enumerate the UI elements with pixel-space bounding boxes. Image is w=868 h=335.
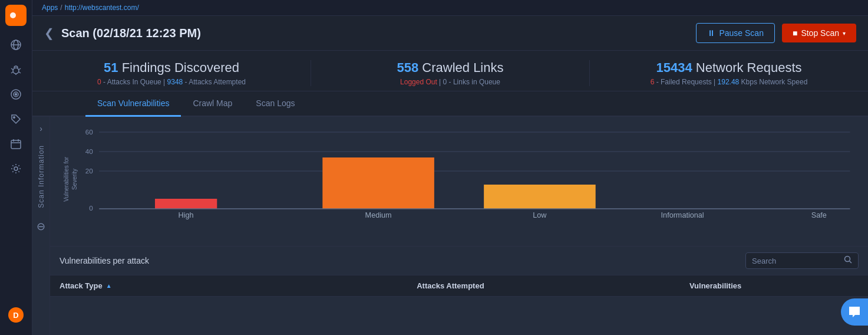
chart-svg: 60 40 20 0 Vulnerabilities for Severity … xyxy=(62,126,856,229)
attacks-queue-count: 0 xyxy=(97,78,101,86)
page-header: ❮ Scan (02/18/21 12:23 PM) ⏸ Pause Scan … xyxy=(32,16,868,51)
links-queue-text: - Links in Queue xyxy=(449,78,500,86)
app-logo xyxy=(5,5,27,26)
side-panel: › Scan Information ⊖ xyxy=(32,117,50,335)
column-headers: Attack Type ▲ Attacks Attempted Vulnerab… xyxy=(50,275,868,297)
col-vulns-label: Vulnerabilities xyxy=(689,281,741,290)
svg-point-14 xyxy=(14,117,15,118)
stop-icon: ■ xyxy=(793,28,797,38)
failed-requests-count: 6 xyxy=(651,78,655,86)
attacks-attempted-count: 9348 xyxy=(167,78,183,86)
svg-point-0 xyxy=(10,12,16,18)
svg-text:Medium: Medium xyxy=(365,211,392,219)
sort-icon: ▲ xyxy=(106,283,112,289)
bar-medium xyxy=(322,157,434,209)
svg-text:0: 0 xyxy=(89,205,93,212)
sidebar: D xyxy=(0,0,32,335)
pause-scan-button[interactable]: ⏸ Pause Scan xyxy=(696,23,775,43)
svg-point-38 xyxy=(845,257,850,262)
stop-dropdown-icon: ▾ xyxy=(843,30,846,37)
table-header-row: Vulnerabilities per attack xyxy=(50,247,868,275)
links-queue-count: 0 xyxy=(443,78,447,86)
svg-text:Severity: Severity xyxy=(71,168,78,190)
breadcrumb-sep: / xyxy=(60,4,62,12)
stop-label: Stop Scan xyxy=(801,28,839,38)
page-title: Scan (02/18/21 12:23 PM) xyxy=(61,27,689,40)
col-header-attacks-attempted[interactable]: Attacks Attempted xyxy=(407,275,680,296)
table-title: Vulnerabilities per attack xyxy=(60,256,149,265)
side-panel-label: Scan Information xyxy=(37,145,45,208)
col-attack-label: Attack Type xyxy=(60,281,103,290)
svg-text:60: 60 xyxy=(85,129,93,136)
svg-point-19 xyxy=(14,167,18,170)
svg-text:40: 40 xyxy=(85,148,93,155)
svg-line-39 xyxy=(850,261,852,264)
network-speed-text: Kbps Network Speed xyxy=(741,78,808,86)
bar-low xyxy=(484,185,596,209)
sidebar-icon-calendar[interactable] xyxy=(5,133,27,155)
svg-line-7 xyxy=(19,68,21,70)
findings-count: 51 xyxy=(104,60,118,75)
findings-label: Findings Discovered xyxy=(122,60,239,75)
bar-high xyxy=(155,199,217,209)
search-box[interactable] xyxy=(745,252,859,269)
breadcrumb-apps[interactable]: Apps xyxy=(42,4,58,12)
svg-text:20: 20 xyxy=(85,168,93,175)
stat-crawled: 558 Crawled Links Logged Out | 0 - Links… xyxy=(311,60,590,86)
svg-text:Informational: Informational xyxy=(661,211,704,219)
vulnerabilities-table-section: Vulnerabilities per attack Attack xyxy=(50,247,868,335)
back-button[interactable]: ❮ xyxy=(44,26,54,40)
sidebar-icon-target[interactable] xyxy=(5,84,27,105)
stats-row: 51 Findings Discovered 0 - Attacks In Qu… xyxy=(32,51,868,91)
logged-out-label: Logged Out xyxy=(400,78,437,86)
failed-requests-text: - Failed Requests | xyxy=(656,78,718,86)
search-input[interactable] xyxy=(752,257,840,265)
network-count: 15434 xyxy=(656,60,692,75)
stop-scan-button[interactable]: ■ Stop Scan ▾ xyxy=(782,24,856,42)
tab-scan-logs[interactable]: Scan Logs xyxy=(244,91,306,117)
sidebar-icon-globe[interactable] xyxy=(5,34,27,55)
main-content: Apps / http://webscantest.com/ ❮ Scan (0… xyxy=(32,0,868,335)
tabs-bar: Scan Vulnerabilities Crawl Map Scan Logs xyxy=(32,91,868,117)
col-attempted-label: Attacks Attempted xyxy=(417,281,484,290)
svg-text:D: D xyxy=(13,311,18,320)
svg-text:Low: Low xyxy=(533,211,546,219)
pause-label: Pause Scan xyxy=(719,28,764,38)
sidebar-icon-user[interactable]: D xyxy=(5,304,27,326)
stat-network: 15434 Network Requests 6 - Failed Reques… xyxy=(590,60,868,86)
stat-findings: 51 Findings Discovered 0 - Attacks In Qu… xyxy=(32,60,311,86)
side-panel-minimize[interactable]: ⊖ xyxy=(37,220,45,233)
breadcrumb-url[interactable]: http://webscantest.com/ xyxy=(65,4,139,12)
content-area: › Scan Information ⊖ 60 40 20 0 xyxy=(32,117,868,335)
svg-point-13 xyxy=(15,94,17,96)
tab-crawl-map[interactable]: Crawl Map xyxy=(181,91,244,117)
crawled-label: Crawled Links xyxy=(422,60,503,75)
attacks-queue-text: - Attacks In Queue | xyxy=(103,78,167,86)
svg-point-5 xyxy=(13,68,19,74)
svg-text:Vulnerabilities for: Vulnerabilities for xyxy=(62,156,69,202)
crawled-count: 558 xyxy=(397,60,418,75)
chart-table-area: 60 40 20 0 Vulnerabilities for Severity … xyxy=(50,117,868,335)
svg-rect-15 xyxy=(11,140,21,149)
sidebar-icon-tag[interactable] xyxy=(5,109,27,130)
network-speed-value: 192.48 xyxy=(718,78,740,86)
sidebar-icon-settings[interactable] xyxy=(5,158,27,179)
vulnerability-chart: 60 40 20 0 Vulnerabilities for Severity … xyxy=(50,117,868,247)
svg-text:Safe: Safe xyxy=(811,211,827,219)
svg-point-1 xyxy=(16,12,22,18)
svg-line-6 xyxy=(11,68,13,70)
attacks-attempted-text: - Attacks Attempted xyxy=(185,78,246,86)
col-header-vulnerabilities[interactable]: Vulnerabilities xyxy=(680,275,868,296)
search-icon xyxy=(844,255,852,266)
chat-bubble[interactable] xyxy=(841,298,868,326)
side-panel-toggle[interactable]: › xyxy=(39,124,42,133)
svg-line-9 xyxy=(19,72,21,73)
tab-scan-vulnerabilities[interactable]: Scan Vulnerabilities xyxy=(85,91,181,117)
pause-icon: ⏸ xyxy=(707,28,715,38)
network-label: Network Requests xyxy=(696,60,802,75)
svg-text:High: High xyxy=(179,211,194,219)
breadcrumb: Apps / http://webscantest.com/ xyxy=(32,0,868,16)
sidebar-icon-bug[interactable] xyxy=(5,59,27,80)
col-header-attack-type[interactable]: Attack Type ▲ xyxy=(50,275,407,296)
svg-line-8 xyxy=(11,72,13,73)
